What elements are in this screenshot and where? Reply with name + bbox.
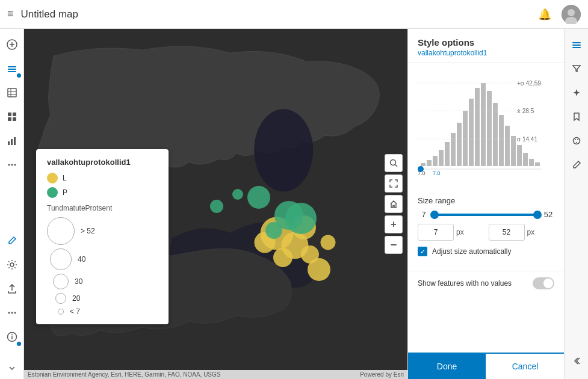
px-input-min[interactable] xyxy=(418,224,454,241)
zoom-out-button[interactable]: − xyxy=(385,236,403,254)
legend-size-title: TundmatuteProtsent xyxy=(47,204,158,212)
panel-subtitle[interactable]: vallakohtuprotokollid1 xyxy=(418,49,554,57)
no-values-toggle[interactable] xyxy=(533,277,554,289)
sidebar-btn-info[interactable] xyxy=(1,326,23,348)
done-button[interactable]: Done xyxy=(408,354,486,379)
sidebar-btn-edit[interactable] xyxy=(1,230,23,251)
size-range-section: Size range 7 52 px xyxy=(408,189,564,271)
svg-rect-19 xyxy=(14,137,16,145)
sidebar-btn-share[interactable] xyxy=(1,278,23,300)
panel-collapse-button[interactable]: ‹ xyxy=(407,192,408,216)
svg-point-31 xyxy=(254,109,313,191)
legend-color-dot-L xyxy=(47,173,58,183)
svg-point-24 xyxy=(8,312,10,314)
svg-rect-65 xyxy=(572,45,581,46)
legend-size-label-2: 40 xyxy=(78,255,85,263)
legend-size-label-1: > 52 xyxy=(81,227,95,235)
bell-icon[interactable]: 🔔 xyxy=(535,5,554,24)
sidebar-btn-settings[interactable] xyxy=(1,254,23,276)
svg-line-33 xyxy=(395,165,398,167)
legend-size-label-3: 30 xyxy=(75,277,82,286)
svg-point-22 xyxy=(14,164,16,166)
svg-text:7.0: 7.0 xyxy=(418,170,426,175)
px-label-max: px xyxy=(527,228,535,236)
legend: vallakohtuprotokollid1 L P TundmatutePro… xyxy=(36,149,169,324)
svg-rect-44 xyxy=(481,83,486,166)
legend-size-circle-4 xyxy=(55,293,66,304)
map-area[interactable]: vallakohtuprotokollid1 L P TundmatutePro… xyxy=(24,29,407,379)
svg-rect-34 xyxy=(421,163,426,166)
sidebar-btn-layers[interactable] xyxy=(1,58,23,79)
svg-rect-17 xyxy=(8,141,10,145)
svg-rect-49 xyxy=(511,136,516,166)
svg-rect-40 xyxy=(457,123,462,166)
panel-content: +σ 42.59 x̄ 28.5 σ 14.41 7.0 7.0 Size ra… xyxy=(408,63,564,353)
svg-text:7.0: 7.0 xyxy=(433,170,441,175)
svg-text:+σ 42.59: +σ 42.59 xyxy=(517,80,541,87)
cancel-button[interactable]: Cancel xyxy=(486,354,564,379)
size-range-min-label: 7 xyxy=(418,210,430,219)
size-range-slider-row: 7 52 xyxy=(418,210,554,219)
legend-size-circle-3 xyxy=(53,274,69,289)
px-input-max[interactable] xyxy=(489,224,525,241)
svg-point-29 xyxy=(11,334,13,336)
svg-point-21 xyxy=(11,164,13,166)
svg-point-26 xyxy=(14,312,16,314)
svg-point-68 xyxy=(575,139,576,140)
menu-icon[interactable]: ≡ xyxy=(7,8,14,20)
svg-rect-13 xyxy=(8,112,11,116)
user-avatar[interactable] xyxy=(562,5,581,24)
sidebar-btn-add[interactable] xyxy=(1,34,23,55)
bubble-L7 xyxy=(308,258,330,281)
svg-rect-47 xyxy=(499,115,504,166)
legend-title: vallakohtuprotokollid1 xyxy=(47,158,158,167)
sidebar-btn-grid[interactable] xyxy=(1,106,23,128)
right-icon-sparkle[interactable] xyxy=(566,82,587,103)
legend-size-row-1: > 52 xyxy=(47,217,158,245)
sidebar-btn-table[interactable] xyxy=(1,82,23,103)
size-range-slider[interactable] xyxy=(435,214,537,216)
legend-color-L: L xyxy=(47,173,158,183)
auto-adjust-label: Adjust size automatically xyxy=(432,247,511,256)
legend-size-circle-5 xyxy=(58,309,64,315)
right-icon-bookmark[interactable] xyxy=(566,106,587,128)
auto-adjust-checkbox[interactable]: ✓ xyxy=(418,247,427,256)
svg-rect-16 xyxy=(13,117,16,121)
svg-rect-37 xyxy=(439,150,444,166)
size-range-thumb-max[interactable] xyxy=(533,211,542,219)
right-icon-filter[interactable] xyxy=(566,58,587,79)
legend-color-dot-P xyxy=(47,187,58,198)
right-icon-palette[interactable] xyxy=(566,130,587,152)
topbar: ≡ Untitled map 🔔 xyxy=(0,0,588,29)
fullscreen-button[interactable] xyxy=(385,174,403,193)
left-sidebar xyxy=(0,29,24,379)
main-layout: vallakohtuprotokollid1 L P TundmatutePro… xyxy=(0,29,588,379)
search-map-button[interactable] xyxy=(385,154,403,172)
svg-point-32 xyxy=(391,160,396,165)
panel-footer: Done Cancel xyxy=(408,353,564,379)
size-range-thumb-min[interactable] xyxy=(430,211,439,219)
no-values-label: Show features with no values xyxy=(418,279,512,288)
right-icon-collapse[interactable] xyxy=(566,350,587,372)
sidebar-btn-more1[interactable] xyxy=(1,154,23,176)
app-title: Untitled map xyxy=(21,8,78,20)
sidebar-btn-expand[interactable] xyxy=(1,357,23,379)
right-icon-layers[interactable] xyxy=(566,34,587,55)
svg-rect-14 xyxy=(13,112,16,116)
px-input-min-group: px xyxy=(418,224,484,241)
svg-point-25 xyxy=(11,312,13,314)
bubble-P5 xyxy=(265,222,282,239)
map-controls: + − xyxy=(385,154,403,254)
svg-point-23 xyxy=(10,263,14,267)
right-icon-bar xyxy=(564,29,588,379)
legend-label-L: L xyxy=(63,174,67,182)
legend-size-row-2: 40 xyxy=(47,248,158,270)
right-icon-pencil[interactable] xyxy=(566,154,587,176)
zoom-in-button[interactable]: + xyxy=(385,215,403,233)
legend-size-label-4: 20 xyxy=(72,294,80,303)
sidebar-btn-chart[interactable] xyxy=(1,130,23,152)
panel-header: Style options vallakohtuprotokollid1 xyxy=(408,29,564,63)
legend-size-circle-1 xyxy=(47,217,75,245)
home-button[interactable] xyxy=(385,195,403,213)
sidebar-btn-more2[interactable] xyxy=(1,302,23,324)
